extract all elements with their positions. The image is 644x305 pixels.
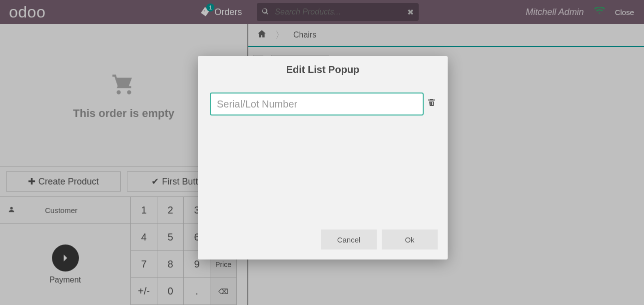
numpad-dot[interactable]: . xyxy=(184,278,210,305)
chevron-right-icon: 〉 xyxy=(275,29,284,41)
numpad-8[interactable]: 8 xyxy=(157,251,184,278)
orders-button[interactable]: 1 Orders xyxy=(200,6,242,18)
plus-icon: ✚ xyxy=(28,176,35,187)
orders-badge: 1 xyxy=(206,4,214,12)
orders-label: Orders xyxy=(214,7,242,18)
brand-logo: odoo xyxy=(9,3,45,22)
modal-title: Edit List Popup xyxy=(198,56,448,82)
cancel-button[interactable]: Cancel xyxy=(321,230,377,250)
customer-button[interactable]: Customer xyxy=(0,197,130,224)
search-icon xyxy=(262,8,269,16)
topbar: odoo 1 Orders ✖ Mitchell Admin Close xyxy=(0,0,644,24)
numpad-4[interactable]: 4 xyxy=(131,224,157,251)
cart-icon xyxy=(110,70,138,103)
numpad-2[interactable]: 2 xyxy=(157,197,184,224)
numpad-1[interactable]: 1 xyxy=(131,197,157,224)
ok-button[interactable]: Ok xyxy=(382,230,438,250)
search-box[interactable]: ✖ xyxy=(257,3,419,21)
trash-icon[interactable] xyxy=(428,98,436,108)
numpad-5[interactable]: 5 xyxy=(157,224,184,251)
ticket-icon: 1 xyxy=(200,6,211,18)
edit-list-popup: Edit List Popup Cancel Ok xyxy=(198,56,448,260)
customer-label: Customer xyxy=(45,206,77,214)
payment-label: Payment xyxy=(49,276,81,284)
numpad-7[interactable]: 7 xyxy=(131,251,157,278)
chevron-right-icon xyxy=(52,244,79,272)
create-product-button[interactable]: ✚ Create Product xyxy=(6,172,121,192)
user-name[interactable]: Mitchell Admin xyxy=(526,7,584,18)
empty-text: This order is empty xyxy=(73,107,174,120)
home-icon[interactable] xyxy=(257,30,266,41)
breadcrumb: 〉 Chairs xyxy=(248,24,644,47)
numpad-plusminus[interactable]: +/- xyxy=(131,278,157,305)
user-icon xyxy=(8,206,15,214)
search-input[interactable] xyxy=(275,8,401,16)
numpad-backspace[interactable]: ⌫ xyxy=(210,278,237,305)
serial-lot-input[interactable] xyxy=(210,92,424,116)
close-button[interactable]: Close xyxy=(615,8,634,16)
numpad-0[interactable]: 0 xyxy=(157,278,184,305)
clear-search-icon[interactable]: ✖ xyxy=(407,8,414,17)
breadcrumb-category[interactable]: Chairs xyxy=(293,30,316,40)
connection-icon xyxy=(594,7,605,17)
payment-button[interactable]: Payment xyxy=(0,224,130,305)
check-icon: ✔ xyxy=(151,176,159,187)
